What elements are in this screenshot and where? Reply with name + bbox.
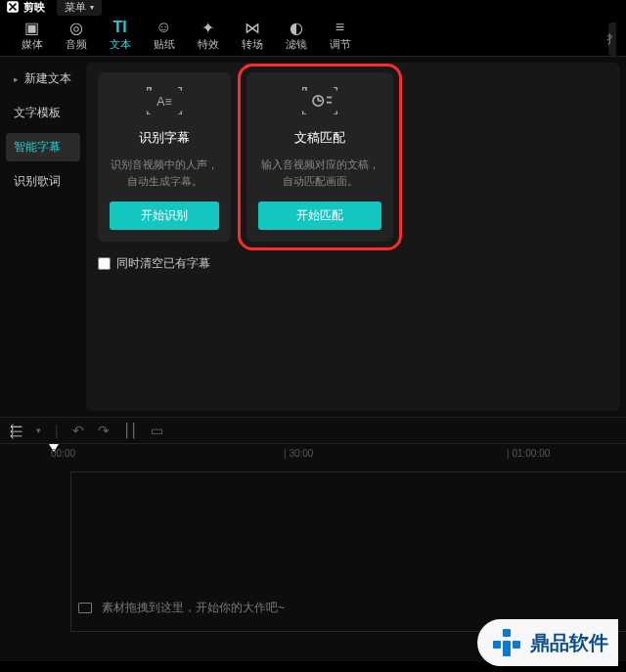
- tab-label: 贴纸: [154, 37, 175, 52]
- svg-rect-9: [513, 641, 520, 649]
- chevron-down-icon[interactable]: ▾: [36, 426, 41, 435]
- tab-transition[interactable]: ⋈ 转场: [230, 18, 274, 56]
- ruler-time-2: | 01:00:00: [507, 448, 550, 459]
- adjust-icon: ≡: [335, 18, 344, 37]
- svg-rect-8: [493, 641, 501, 649]
- svg-text:A≡: A≡: [156, 95, 171, 109]
- sidebar-item-new-text[interactable]: 新建文本: [6, 65, 80, 93]
- divider: |: [55, 423, 59, 438]
- text-icon: TI: [112, 18, 126, 37]
- watermark: 鼎品软件: [477, 619, 618, 666]
- app-name: 剪映: [23, 0, 45, 15]
- main-panel: 新建文本 文字模板 智能字幕 识别歌词 A≡ 识别字幕 识别音视频中的人声，自动…: [0, 57, 626, 417]
- redo-icon[interactable]: ↷: [98, 423, 110, 438]
- cards-row: A≡ 识别字幕 识别音视频中的人声，自动生成字幕。 开始识别: [98, 72, 608, 242]
- ruler-time-1: | 30:00: [284, 448, 313, 459]
- tab-label: 调节: [330, 37, 351, 52]
- tab-media[interactable]: ▣ 媒体: [10, 18, 54, 56]
- card-title: 文稿匹配: [294, 129, 345, 147]
- clear-captions-input[interactable]: [98, 257, 111, 270]
- effects-icon: ✦: [201, 18, 214, 37]
- tab-sticker[interactable]: ☺ 贴纸: [142, 18, 186, 56]
- delete-icon[interactable]: ▭: [151, 423, 163, 438]
- undo-icon[interactable]: ↶: [72, 423, 84, 438]
- split-icon[interactable]: ⎮⎮: [123, 423, 137, 438]
- tab-label: 音频: [66, 37, 87, 52]
- card-title: 识别字幕: [139, 129, 190, 147]
- tab-label: 特效: [198, 37, 219, 52]
- filter-icon: ◐: [290, 18, 303, 37]
- clear-captions-label: 同时清空已有字幕: [116, 255, 210, 272]
- pointer-tool-icon[interactable]: ⬱: [10, 423, 22, 439]
- menu-dropdown[interactable]: 菜单 ▾: [57, 0, 102, 16]
- content-area: A≡ 识别字幕 识别音视频中的人声，自动生成字幕。 开始识别: [86, 63, 620, 411]
- media-icon: ▣: [24, 18, 39, 37]
- card-recognize-caption: A≡ 识别字幕 识别音视频中的人声，自动生成字幕。 开始识别: [98, 72, 231, 242]
- menu-label: 菜单: [65, 0, 86, 15]
- drop-hint-text: 素材拖拽到这里，开始你的大作吧~: [102, 600, 285, 616]
- card-script-match: 文稿匹配 输入音视频对应的文稿，自动匹配画面。 开始匹配: [246, 72, 393, 242]
- clip-icon: [78, 603, 92, 613]
- sidebar-item-label: 新建文本: [24, 70, 71, 87]
- start-match-button[interactable]: 开始匹配: [258, 202, 381, 230]
- watermark-text: 鼎品软件: [530, 630, 608, 656]
- tab-filter[interactable]: ◐ 滤镜: [274, 18, 318, 56]
- start-recognize-button[interactable]: 开始识别: [110, 202, 219, 230]
- timeline-ruler[interactable]: 00:00 | 30:00 | 01:00:00: [0, 444, 626, 466]
- caption-icon: A≡: [147, 86, 182, 115]
- svg-rect-7: [503, 629, 511, 637]
- timeline-toolbar: ⬱ ▾ | ↶ ↷ ⎮⎮ ▭: [0, 417, 626, 444]
- tool-tabs: ▣ 媒体 ◎ 音频 TI 文本 ☺ 贴纸 ✦ 特效 ⋈ 转场 ◐ 滤镜 ≡ 调节…: [0, 14, 626, 57]
- drop-hint: 素材拖拽到这里，开始你的大作吧~: [78, 600, 285, 616]
- tab-label: 媒体: [22, 37, 43, 52]
- clear-captions-checkbox[interactable]: 同时清空已有字幕: [98, 255, 608, 272]
- tab-adjust[interactable]: ≡ 调节: [318, 18, 362, 56]
- ruler-time-0: 00:00: [51, 448, 75, 459]
- sidebar-item-smart-caption[interactable]: 智能字幕: [6, 133, 80, 161]
- sticker-icon: ☺: [156, 18, 171, 37]
- sidebar-item-label: 文字模板: [14, 105, 61, 121]
- card-desc: 输入音视频对应的文稿，自动匹配画面。: [258, 157, 381, 190]
- watermark-logo-icon: [491, 627, 522, 658]
- sidebar-item-lyrics[interactable]: 识别歌词: [6, 167, 80, 196]
- sidebar-item-label: 识别歌词: [14, 173, 61, 190]
- transition-icon: ⋈: [245, 18, 260, 37]
- chevron-down-icon: ▾: [90, 3, 94, 12]
- tab-label: 文本: [110, 37, 131, 52]
- tab-label: 滤镜: [286, 37, 307, 52]
- script-match-icon: [302, 86, 337, 115]
- sidebar-item-label: 智能字幕: [14, 139, 61, 156]
- audio-icon: ◎: [69, 18, 83, 37]
- card-desc: 识别音视频中的人声，自动生成字幕。: [110, 157, 219, 190]
- tab-audio[interactable]: ◎ 音频: [54, 18, 98, 56]
- titlebar: 剪映 菜单 ▾: [0, 0, 626, 14]
- svg-rect-10: [503, 641, 511, 656]
- sidebar: 新建文本 文字模板 智能字幕 识别歌词: [0, 57, 86, 417]
- right-panel-stub[interactable]: 扌: [608, 22, 616, 56]
- sidebar-item-text-template[interactable]: 文字模板: [6, 99, 80, 127]
- tab-effects[interactable]: ✦ 特效: [186, 18, 230, 56]
- tab-label: 转场: [242, 37, 263, 52]
- tab-text[interactable]: TI 文本: [98, 18, 142, 56]
- app-logo-icon: [6, 0, 20, 14]
